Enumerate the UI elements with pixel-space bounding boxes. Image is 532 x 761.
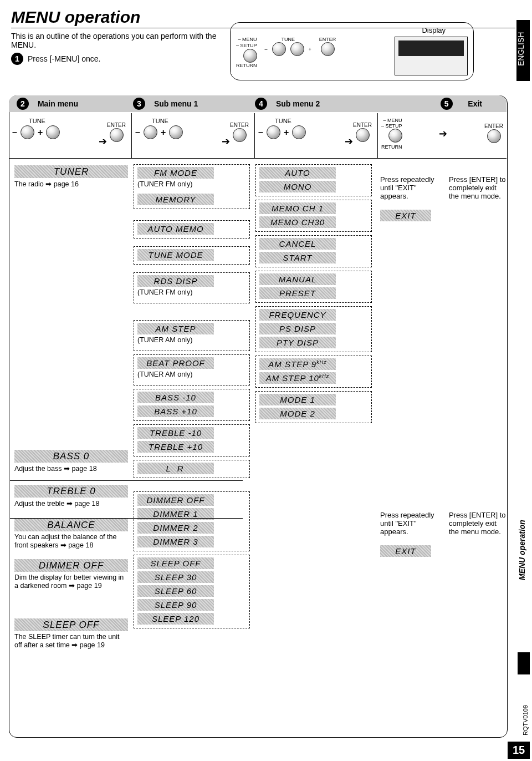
main-dimmer: DIMMER OFF [14,559,128,572]
section-tab-marker [518,652,530,674]
exit-press-enter: Press [ENTER] to completely exit the men… [449,511,508,558]
am-step-label: AM STEP [137,323,214,334]
enter-label: ENTER [107,122,126,128]
auto: AUTO [259,167,336,179]
dimmer-2: DIMMER 2 [137,522,214,534]
exit-block-top: Press repeatedly until "EXIT" appears. E… [380,175,508,222]
enter-icon [233,128,247,142]
step-5-badge: 5 [441,98,453,110]
enter-icon [356,128,370,142]
sub2-am-step: AM STEP 9kHz AM STEP 10kHz [255,356,372,388]
minus-icon: – [383,118,386,123]
minus-icon: – [265,47,268,52]
sleep-30: SLEEP 30 [137,571,214,583]
exit-label: EXIT [380,545,431,557]
sub1-column: FM MODE (TUNER FM only) MEMORY AUTO MEMO… [134,164,250,632]
main-bass-note: Adjust the bass ➡ page 18 [14,464,128,473]
tune-label: TUNE [135,118,185,124]
sleep-60: SLEEP 60 [137,585,214,597]
minus-icon: – [258,128,263,138]
sub1-beat-proof: BEAT PROOF (TUNER AM only) [134,354,250,385]
tune-up-icon [46,125,60,139]
main-tuner: TUNER [14,165,128,178]
sleep-120: SLEEP 120 [137,613,214,625]
page-number: 15 [508,742,530,759]
menu-setup-label: – MENU – SETUP [236,37,257,49]
sub1-balance: L R [134,460,250,478]
main-treble-note: Adjust the treble ➡ page 18 [14,499,128,508]
pty-disp: PTY DISP [259,337,336,348]
return-label: RETURN [236,63,257,68]
sub1-dimmer: DIMMER OFF DIMMER 1 DIMMER 2 DIMMER 3 [134,491,250,551]
exit-press-enter: Press [ENTER] to completely exit the men… [449,175,508,222]
enter-icon [110,128,124,142]
col-sub2: Sub menu 2 [276,99,320,108]
cancel: CANCEL [259,238,336,250]
controls-main: TUNE – + ➔ ENTER [9,113,132,159]
manual-page: MENU operation This is an outline of the… [0,8,532,761]
minus-icon: – [381,123,384,129]
mode-2: MODE 2 [259,408,336,419]
main-bass: BASS 0 [14,450,128,463]
controls-sub2: TUNE – + ➔ ENTER [255,113,378,159]
rds-disp-note: (TUNER FM only) [137,288,247,296]
sleep-off: SLEEP OFF [137,557,214,569]
controls-exit: – MENU – SETUP RETURN ➔ ENTER [378,113,507,159]
plus-icon: + [284,128,289,138]
bass-hi: BASS +10 [137,405,214,417]
section-rule [10,480,243,481]
main-dimmer-note: Dim the display for better viewing in a … [14,574,128,590]
menu-button-icon [243,49,257,63]
menu-label: MENU [387,118,402,123]
sub1-rds-disp: RDS DISP (TUNER FM only) [134,272,250,303]
sub2-fm-mode: AUTO MONO [255,164,372,196]
main-balance-note: You can adjust the balance of the front … [14,533,128,549]
arrow-right-icon: ➔ [439,128,447,140]
sub2-beat-proof: MODE 1 MODE 2 [255,391,372,423]
controls-sub1: TUNE – + ➔ ENTER [132,113,255,159]
section-tab: MENU operation [518,491,530,580]
manual: MANUAL [259,273,336,285]
enter-label: ENTER [484,123,503,129]
memory-label: MEMORY [137,194,214,205]
sleep-90: SLEEP 90 [137,599,214,611]
device-illustration [395,37,468,75]
sub2-column: AUTO MONO MEMO CH 1 MEMO CH30 CANCEL STA… [255,164,372,427]
sub1-fm-mode: FM MODE (TUNER FM only) MEMORY [134,164,250,209]
beat-proof-note: (TUNER AM only) [137,371,247,378]
doc-number: RQTV0109 [522,705,529,735]
tune-mode-label: TUNE MODE [137,249,214,261]
sub2-auto-memo: CANCEL START [255,235,372,267]
tune-label: TUNE [265,37,311,42]
setup-label: SETUP [386,123,402,129]
main-treble: TREBLE 0 [14,485,128,498]
rds-disp-label: RDS DISP [137,275,214,287]
mono: MONO [259,181,336,192]
display-title: Display [236,26,468,34]
step-4-badge: 4 [255,98,267,110]
step-2-badge: 2 [17,98,29,110]
memo-ch30: MEMO CH30 [259,216,336,228]
balance-lr: L R [137,463,214,474]
intro-text: This is an outline of the operations you… [11,32,233,49]
column-header-bar: 2 Main menu 3 Sub menu 1 4 Sub menu 2 5 … [9,95,507,112]
step-1-badge: 1 [11,53,23,65]
frequency: FREQUENCY [259,309,336,321]
step-1-text: Press [-MENU] once. [28,54,100,63]
main-tuner-note: The radio ➡ page 16 [14,180,128,188]
beat-proof-label: BEAT PROOF [137,357,214,369]
ps-disp: PS DISP [259,323,336,334]
auto-memo-label: AUTO MEMO [137,223,214,235]
tune-down-icon [21,125,34,139]
col-sub1: Sub menu 1 [154,99,198,108]
tune-down-icon [144,125,157,139]
main-sleep: SLEEP OFF [14,618,128,631]
enter-label: ENTER [230,122,249,128]
arrow-right-icon: ➔ [222,135,230,148]
tune-label: TUNE [12,118,62,124]
treble-lo: TREBLE -10 [137,427,214,439]
main-menu-column: TUNER The radio ➡ page 16 BASS 0 Adjust … [14,164,128,653]
plus-icon: + [309,47,311,52]
col-main: Main menu [38,99,78,108]
sub1-am-step: AM STEP (TUNER AM only) [134,320,250,351]
